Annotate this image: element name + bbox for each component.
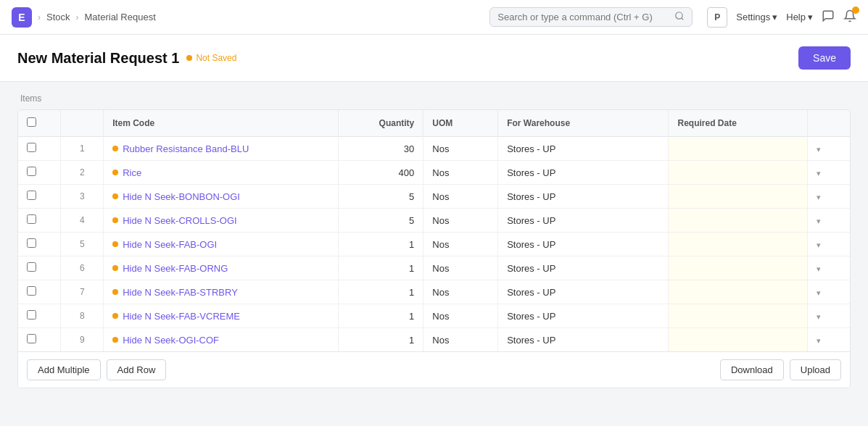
breadcrumb-stock[interactable]: Stock bbox=[46, 12, 70, 22]
row-uom: Nos bbox=[423, 233, 498, 256]
table-row: 2 Rice 400 Nos Stores - UP ▾ bbox=[18, 161, 850, 185]
row-dropdown-cell[interactable]: ▾ bbox=[807, 280, 850, 304]
row-checkbox[interactable] bbox=[27, 286, 36, 296]
table-row: 6 Hide N Seek-FAB-ORNG 1 Nos Stores - UP… bbox=[18, 256, 850, 280]
row-checkbox[interactable] bbox=[27, 262, 36, 272]
items-table-wrapper: Item Code Quantity UOM For Warehouse Req… bbox=[17, 109, 851, 388]
row-required-date[interactable] bbox=[669, 137, 807, 161]
row-required-date[interactable] bbox=[669, 304, 807, 328]
row-dropdown-icon[interactable]: ▾ bbox=[817, 336, 821, 345]
row-item-code[interactable]: Hide N Seek-FAB-VCREME bbox=[104, 304, 339, 328]
row-quantity[interactable]: 1 bbox=[338, 280, 423, 304]
search-input[interactable] bbox=[497, 12, 670, 22]
row-required-date[interactable] bbox=[669, 233, 807, 256]
save-button[interactable]: Save bbox=[798, 46, 851, 70]
item-name-text[interactable]: Hide N Seek-FAB-STRBRY bbox=[123, 287, 238, 298]
help-button[interactable]: Help ▾ bbox=[786, 12, 813, 22]
row-item-code[interactable]: Hide N Seek-BONBON-OGI bbox=[104, 185, 339, 209]
row-required-date[interactable] bbox=[669, 328, 807, 352]
row-warehouse: Stores - UP bbox=[498, 256, 669, 280]
search-icon bbox=[674, 11, 685, 23]
notification-badge bbox=[852, 7, 859, 14]
row-quantity[interactable]: 1 bbox=[338, 233, 423, 256]
row-dropdown-cell[interactable]: ▾ bbox=[807, 137, 850, 161]
item-name-text[interactable]: Hide N Seek-BONBON-OGI bbox=[123, 191, 240, 202]
row-quantity[interactable]: 5 bbox=[338, 185, 423, 209]
item-name-text[interactable]: Hide N Seek-FAB-OGI bbox=[123, 239, 217, 250]
row-number: 7 bbox=[61, 280, 104, 304]
row-dropdown-cell[interactable]: ▾ bbox=[807, 209, 850, 233]
row-dropdown-cell[interactable]: ▾ bbox=[807, 233, 850, 256]
search-bar[interactable] bbox=[489, 7, 693, 27]
row-uom: Nos bbox=[423, 209, 498, 233]
row-quantity[interactable]: 1 bbox=[338, 328, 423, 352]
row-uom: Nos bbox=[423, 137, 498, 161]
row-dropdown-cell[interactable]: ▾ bbox=[807, 328, 850, 352]
add-multiple-button[interactable]: Add Multiple bbox=[27, 359, 101, 380]
item-name-text[interactable]: Hide N Seek-CROLLS-OGI bbox=[123, 215, 237, 226]
row-dropdown-icon[interactable]: ▾ bbox=[817, 145, 821, 154]
row-quantity[interactable]: 30 bbox=[338, 137, 423, 161]
item-name-text[interactable]: Hide N Seek-FAB-ORNG bbox=[123, 263, 228, 274]
breadcrumb-arrow-2: › bbox=[76, 12, 79, 22]
add-row-button[interactable]: Add Row bbox=[107, 359, 167, 380]
row-required-date[interactable] bbox=[669, 256, 807, 280]
p-avatar[interactable]: P bbox=[707, 7, 727, 28]
row-dropdown-icon[interactable]: ▾ bbox=[817, 217, 821, 225]
row-dropdown-icon[interactable]: ▾ bbox=[817, 264, 821, 273]
row-dropdown-cell[interactable]: ▾ bbox=[807, 304, 850, 328]
row-checkbox[interactable] bbox=[27, 191, 36, 200]
row-required-date[interactable] bbox=[669, 161, 807, 185]
row-item-code[interactable]: Hide N Seek-FAB-ORNG bbox=[104, 256, 339, 280]
row-item-code[interactable]: Hide N Seek-FAB-OGI bbox=[104, 233, 339, 256]
select-all-checkbox[interactable] bbox=[27, 117, 36, 127]
row-item-code[interactable]: Hide N Seek-CROLLS-OGI bbox=[104, 209, 339, 233]
row-quantity[interactable]: 400 bbox=[338, 161, 423, 185]
row-checkbox[interactable] bbox=[27, 214, 36, 224]
row-quantity[interactable]: 1 bbox=[338, 256, 423, 280]
item-name-text[interactable]: Rice bbox=[123, 167, 141, 178]
app-icon[interactable]: E bbox=[12, 7, 32, 28]
row-dropdown-icon[interactable]: ▾ bbox=[817, 169, 821, 178]
row-checkbox[interactable] bbox=[27, 143, 36, 152]
settings-button[interactable]: Settings ▾ bbox=[736, 12, 777, 22]
chat-icon[interactable] bbox=[822, 9, 835, 25]
item-name-text[interactable]: Hide N Seek-FAB-VCREME bbox=[123, 311, 240, 322]
row-quantity[interactable]: 5 bbox=[338, 209, 423, 233]
notification-icon[interactable] bbox=[843, 9, 856, 25]
row-required-date[interactable] bbox=[669, 209, 807, 233]
row-checkbox[interactable] bbox=[27, 334, 36, 343]
upload-button[interactable]: Upload bbox=[790, 359, 841, 380]
row-checkbox[interactable] bbox=[27, 238, 36, 248]
breadcrumb-material-request[interactable]: Material Request bbox=[85, 12, 156, 22]
row-quantity[interactable]: 1 bbox=[338, 304, 423, 328]
row-dropdown-icon[interactable]: ▾ bbox=[817, 312, 821, 321]
row-checkbox[interactable] bbox=[27, 310, 36, 320]
header-required-date: Required Date bbox=[669, 110, 807, 137]
row-item-code[interactable]: Hide N Seek-FAB-STRBRY bbox=[104, 280, 339, 304]
row-warehouse: Stores - UP bbox=[498, 161, 669, 185]
row-checkbox[interactable] bbox=[27, 167, 36, 176]
row-item-code[interactable]: Rice bbox=[104, 161, 339, 185]
row-dropdown-icon[interactable]: ▾ bbox=[817, 193, 821, 201]
row-dropdown-cell[interactable]: ▾ bbox=[807, 256, 850, 280]
item-name-text[interactable]: Hide N Seek-OGI-COF bbox=[123, 335, 219, 346]
header-uom: UOM bbox=[423, 110, 498, 137]
row-required-date[interactable] bbox=[669, 280, 807, 304]
table-row: 3 Hide N Seek-BONBON-OGI 5 Nos Stores - … bbox=[18, 185, 850, 209]
row-item-code[interactable]: Hide N Seek-OGI-COF bbox=[104, 328, 339, 352]
row-item-code[interactable]: Rubber Resistance Band-BLU bbox=[104, 137, 339, 161]
item-name-text[interactable]: Rubber Resistance Band-BLU bbox=[123, 143, 249, 154]
row-dropdown-cell[interactable]: ▾ bbox=[807, 185, 850, 209]
row-dropdown-icon[interactable]: ▾ bbox=[817, 288, 821, 297]
row-number: 4 bbox=[61, 209, 104, 233]
status-text: Not Saved bbox=[196, 53, 236, 63]
row-dropdown-cell[interactable]: ▾ bbox=[807, 161, 850, 185]
row-required-date[interactable] bbox=[669, 185, 807, 209]
page-header: New Material Request 1 Not Saved Save bbox=[0, 35, 868, 82]
row-checkbox-cell bbox=[18, 233, 61, 256]
download-button[interactable]: Download bbox=[720, 359, 784, 380]
table-row: 4 Hide N Seek-CROLLS-OGI 5 Nos Stores - … bbox=[18, 209, 850, 233]
table-row: 1 Rubber Resistance Band-BLU 30 Nos Stor… bbox=[18, 137, 850, 161]
row-dropdown-icon[interactable]: ▾ bbox=[817, 241, 821, 249]
